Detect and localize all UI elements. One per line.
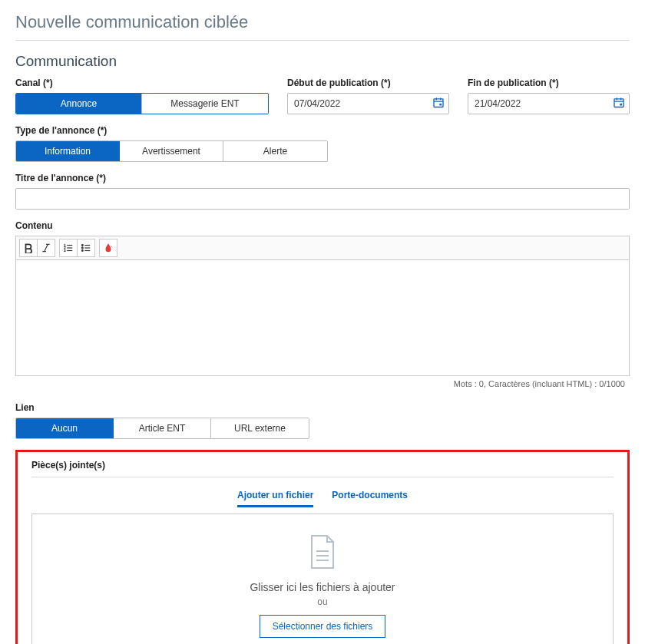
svg-rect-4 bbox=[439, 104, 442, 106]
lien-article-button[interactable]: Article ENT bbox=[114, 418, 211, 438]
tab-ajouter-fichier[interactable]: Ajouter un fichier bbox=[237, 490, 313, 507]
svg-point-23 bbox=[81, 247, 83, 249]
lien-aucun-button[interactable]: Aucun bbox=[16, 418, 114, 438]
svg-text:3: 3 bbox=[64, 249, 66, 253]
canal-annonce-button[interactable]: Annonce bbox=[16, 94, 142, 114]
attachments-tabs: Ajouter un fichier Porte-documents bbox=[31, 490, 614, 507]
lien-url-button[interactable]: URL externe bbox=[211, 418, 309, 438]
attachments-label: Pièce(s) jointe(s) bbox=[31, 460, 614, 471]
canal-toggle-group: Annonce Messagerie ENT bbox=[15, 93, 269, 114]
calendar-icon[interactable] bbox=[613, 97, 625, 111]
type-alerte-button[interactable]: Alerte bbox=[223, 141, 327, 161]
titre-input[interactable] bbox=[15, 188, 630, 210]
unordered-list-icon[interactable] bbox=[77, 239, 95, 257]
attachments-section: Pièce(s) jointe(s) Ajouter un fichier Po… bbox=[15, 450, 630, 644]
editor-counter: Mots : 0, Caractères (incluant HTML) : 0… bbox=[15, 376, 630, 391]
type-toggle-group: Information Avertissement Alerte bbox=[15, 140, 328, 162]
calendar-icon[interactable] bbox=[432, 97, 445, 111]
ordered-list-icon[interactable]: 123 bbox=[59, 239, 78, 257]
svg-point-24 bbox=[81, 250, 83, 252]
editor-toolbar: 123 bbox=[16, 236, 629, 260]
start-date-label: Début de publication (*) bbox=[287, 78, 449, 88]
canal-messagerie-button[interactable]: Messagerie ENT bbox=[142, 94, 268, 114]
select-files-button[interactable]: Sélectionner des fichiers bbox=[260, 615, 386, 638]
drop-zone[interactable]: Glisser ici les fichiers à ajouter ou Sé… bbox=[31, 514, 614, 644]
file-icon bbox=[41, 534, 604, 572]
rich-editor: 123 bbox=[15, 236, 630, 376]
color-picker-icon[interactable] bbox=[99, 239, 117, 257]
editor-body[interactable] bbox=[16, 260, 629, 375]
drop-or: ou bbox=[41, 596, 604, 607]
svg-rect-0 bbox=[434, 99, 443, 107]
type-information-button[interactable]: Information bbox=[16, 141, 120, 161]
svg-point-22 bbox=[81, 245, 83, 246]
contenu-label: Contenu bbox=[15, 220, 630, 231]
end-date-input[interactable] bbox=[468, 93, 630, 114]
divider bbox=[15, 40, 630, 41]
svg-rect-9 bbox=[620, 104, 622, 106]
lien-toggle-group: Aucun Article ENT URL externe bbox=[15, 418, 309, 439]
italic-icon[interactable] bbox=[37, 239, 55, 257]
section-title: Communication bbox=[15, 53, 630, 70]
bold-icon[interactable] bbox=[19, 239, 38, 257]
drop-text: Glisser ici les fichiers à ajouter bbox=[41, 581, 604, 593]
titre-label: Titre de l'annonce (*) bbox=[15, 173, 630, 183]
type-label: Type de l'annonce (*) bbox=[15, 125, 630, 136]
canal-label: Canal (*) bbox=[15, 78, 269, 88]
svg-rect-5 bbox=[614, 99, 624, 107]
svg-line-10 bbox=[45, 244, 48, 251]
start-date-input[interactable] bbox=[287, 93, 449, 114]
page-title: Nouvelle communication ciblée bbox=[15, 12, 630, 32]
tab-porte-documents[interactable]: Porte-documents bbox=[332, 490, 408, 507]
type-avertissement-button[interactable]: Avertissement bbox=[120, 141, 223, 161]
end-date-label: Fin de publication (*) bbox=[468, 78, 630, 88]
lien-label: Lien bbox=[15, 402, 630, 413]
